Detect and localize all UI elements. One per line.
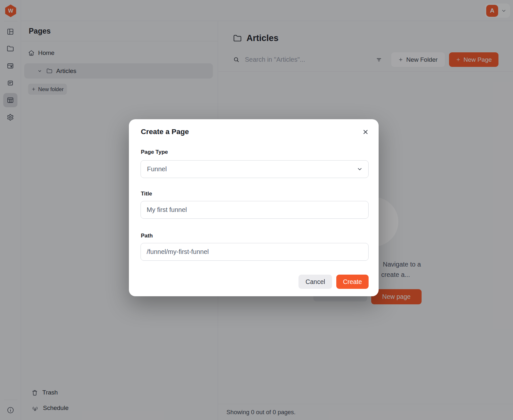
path-input[interactable]: [141, 243, 369, 261]
page-type-label: Page Type: [141, 149, 168, 155]
title-input[interactable]: [141, 201, 369, 219]
modal-actions: Cancel Create: [298, 275, 369, 289]
title-label: Title: [141, 191, 152, 197]
create-button[interactable]: Create: [336, 275, 369, 289]
cancel-button[interactable]: Cancel: [298, 275, 332, 289]
modal-title: Create a Page: [141, 128, 189, 136]
app-window: A W Pages Home Articles N: [0, 0, 513, 420]
path-label: Path: [141, 233, 153, 239]
chevron-down-icon: [357, 166, 363, 172]
page-type-select[interactable]: Funnel: [141, 160, 369, 178]
page-type-value: Funnel: [147, 165, 167, 173]
close-icon: [362, 128, 369, 136]
create-page-modal: Create a Page Page Type Funnel Title Pat…: [129, 119, 379, 296]
close-button[interactable]: [361, 127, 370, 137]
